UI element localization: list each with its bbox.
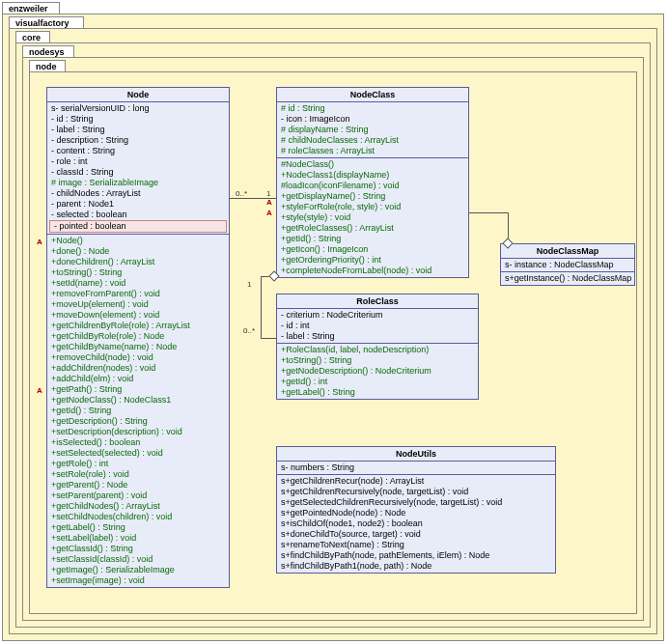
member-row: - content : String [47,146,229,156]
member-row: +getRole() : int [47,459,229,469]
attributes-section: s- instance : NodeClassMap [501,259,634,272]
member-row: - id : int [277,321,478,331]
member-row: - description : String [47,135,229,146]
member-row: +getChildrenByRole(role) : ArrayList [47,321,229,331]
member-row: +setSelected(selected) : void [47,448,229,459]
package-label: nodesys [29,47,65,57]
member-row: s+getSelectedChildrenRecursively(node, t… [277,497,555,508]
class-roleclass: RoleClass - criterium : NodeCriterium- i… [276,294,479,400]
member-row: # image : SerializableImage [47,178,229,188]
member-row: +setParent(parent) : void [47,490,229,501]
multiplicity: 1 [247,280,251,289]
member-row: s+findChildByPath1(node, path) : Node [277,561,555,572]
member-row: - parent : Node1 [47,199,229,210]
member-row: s- instance : NodeClassMap [501,260,634,270]
attributes-section: s- serialVersionUID : long- id : String-… [47,102,229,235]
member-row: +getChildByRole(role) : Node [47,331,229,342]
class-nodeclass: NodeClass # id : String- icon : ImageIco… [276,87,469,278]
member-row: # id : String [277,103,468,114]
member-row: - role : int [47,156,229,167]
member-row: s+getInstance() : NodeClassMap [501,273,634,284]
operations-section: s+getInstance() : NodeClassMap [501,272,634,285]
member-row: +addChildren(nodes) : void [47,363,229,374]
member-row: +RoleClass(id, label, nodeDescription) [277,345,478,355]
abstract-marker: A [266,198,272,207]
member-row: - label : String [277,331,478,342]
abstract-marker: A [37,386,42,395]
member-row: - icon : ImageIcon [277,114,468,125]
operations-section: s+getChildrenRecur(node) : ArrayLists+ge… [277,475,555,573]
member-row: +setChildNodes(children) : void [47,512,229,522]
member-row: # roleClasses : ArrayList [277,146,468,156]
member-row: +setId(name) : void [47,278,229,289]
class-title: NodeClassMap [501,244,634,259]
member-row: # childNodeClasses : ArrayList [277,135,468,146]
member-row: +NodeClass1(displayName) [277,170,468,181]
attributes-section: - criterium : NodeCriterium- id : int- l… [277,309,478,344]
member-row: +getNodeClass() : NodeClass1 [47,395,229,406]
class-title: NodeUtils [277,447,555,462]
member-row: +isSelected() : boolean [47,437,229,448]
member-row: +getImage() : SerializableImage [47,565,229,575]
member-row: +getChildByName(name) : Node [47,342,229,352]
member-row: +removeFromParent() : void [47,289,229,299]
class-title: Node [47,88,229,102]
attributes-section: s- numbers : String [277,462,555,475]
member-row: s+getChildrenRecursively(node, targetLis… [277,487,555,497]
member-row: - childNodes : ArrayList [47,188,229,199]
member-row: +getId() : String [47,406,229,416]
member-row: s- serialVersionUID : long [47,103,229,114]
member-row: - selected : boolean [47,210,229,220]
member-row: s+renameToNext(name) : String [277,540,555,550]
member-row: s+getPointedNode(node) : Node [277,508,555,518]
member-row: +getParent() : Node [47,480,229,490]
member-row: +getLabel() : String [277,387,478,398]
operations-section: #NodeClass()+NodeClass1(displayName)#loa… [277,158,468,277]
operations-section: +Node()+done() : Node+doneChildren() : A… [47,235,229,587]
package-label: visualfactory [15,18,70,28]
member-row: +moveUp(element) : void [47,299,229,310]
class-title: RoleClass [277,294,478,309]
member-row: s+doneChildTo(source, target) : void [277,529,555,540]
member-row: +setImage(image) : void [47,575,229,586]
member-row: - classId : String [47,167,229,178]
package-label: enzweiler [9,4,48,14]
member-row: #loadIcon(iconFilename) : void [277,181,468,191]
member-row: s+getChildrenRecur(node) : ArrayList [277,476,555,487]
member-row: +getIcon() : ImageIcon [277,244,468,255]
class-title: NodeClass [277,88,468,102]
member-row: +setClassId(classId) : void [47,554,229,565]
member-row: +completeNodeFromLabel(node) : void [277,266,468,276]
multiplicity: 0..* [243,326,255,335]
member-row: s+findChildByPath(node, pathElements, iE… [277,550,555,561]
member-row: +getRoleClasses() : ArrayList [277,223,468,234]
abstract-marker: A [37,238,42,246]
association-line [469,212,508,213]
member-row: +getId() : String [277,234,468,244]
member-row: +getDescription() : String [47,416,229,427]
member-row: +setLabel(label) : void [47,533,229,544]
class-nodeutils: NodeUtils s- numbers : String s+getChild… [276,446,556,574]
member-row: +style(style) : void [277,212,468,223]
member-row: +addChild(elm) : void [47,374,229,384]
member-row: s- numbers : String [277,462,555,473]
member-row: +getDisplayName() : String [277,191,468,202]
association-line [261,276,262,338]
member-row: +getChildNodes() : ArrayList [47,501,229,512]
member-row: +Node() [47,236,229,246]
member-row: - criterium : NodeCriterium [277,310,478,321]
member-row: - pointed : boolean [49,220,227,233]
member-row: - label : String [47,125,229,135]
member-row: +getClassId() : String [47,544,229,554]
member-row: +getNodeDescription() : NodeCriterium [277,366,478,377]
multiplicity: 0..* [236,189,247,198]
package-label: node [36,62,57,71]
association-line [261,338,276,339]
member-row: +toString() : String [277,355,478,366]
member-row: +removeChild(node) : void [47,352,229,363]
class-nodeclassmap: NodeClassMap s- instance : NodeClassMap … [500,243,635,286]
member-row: +setDescription(description) : void [47,427,229,437]
member-row: #NodeClass() [277,159,468,170]
attributes-section: # id : String- icon : ImageIcon# display… [277,102,468,158]
member-row: +getPath() : String [47,384,229,395]
